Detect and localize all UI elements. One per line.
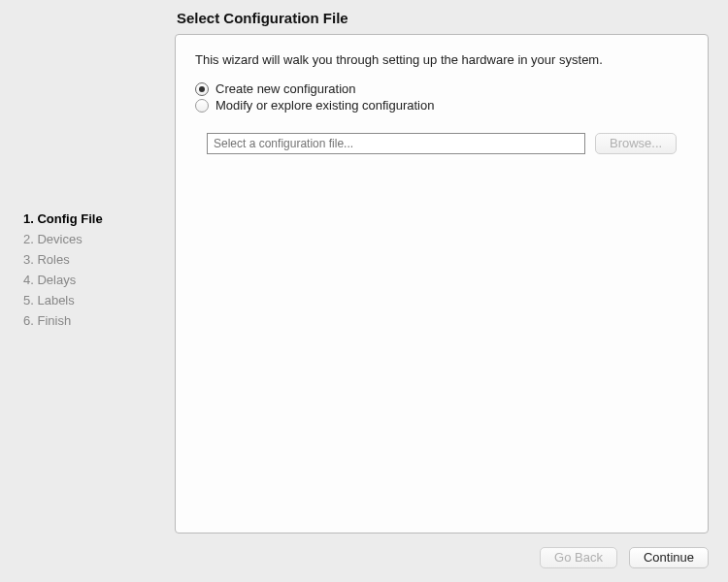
radio-create-new[interactable]: Create new configuration: [195, 81, 688, 97]
config-mode-radio-group: Create new configuration Modify or explo…: [195, 81, 688, 113]
radio-dot-icon: [195, 82, 209, 96]
wizard-footer: Go Back Continue: [0, 534, 728, 582]
content-panel: This wizard will walk you through settin…: [175, 34, 709, 534]
intro-text: This wizard will walk you through settin…: [195, 52, 688, 67]
config-file-input: [207, 133, 585, 154]
step-finish: 6. Finish: [23, 310, 175, 331]
continue-button[interactable]: Continue: [629, 547, 709, 568]
radio-modify-existing[interactable]: Modify or explore existing configuration: [195, 97, 688, 113]
step-labels: 5. Labels: [23, 290, 175, 310]
browse-button: Browse...: [595, 133, 677, 154]
wizard-sidebar: 1. Config File 2. Devices 3. Roles 4. De…: [0, 10, 175, 534]
step-delays: 4. Delays: [23, 270, 175, 290]
radio-create-label: Create new configuration: [215, 81, 356, 96]
page-title: Select Configuration File: [175, 10, 709, 34]
step-devices: 2. Devices: [23, 229, 175, 249]
step-config-file: 1. Config File: [23, 209, 175, 229]
radio-modify-label: Modify or explore existing configuration: [215, 98, 434, 113]
radio-empty-icon: [195, 99, 209, 113]
step-roles: 3. Roles: [23, 249, 175, 270]
go-back-button: Go Back: [540, 547, 617, 568]
